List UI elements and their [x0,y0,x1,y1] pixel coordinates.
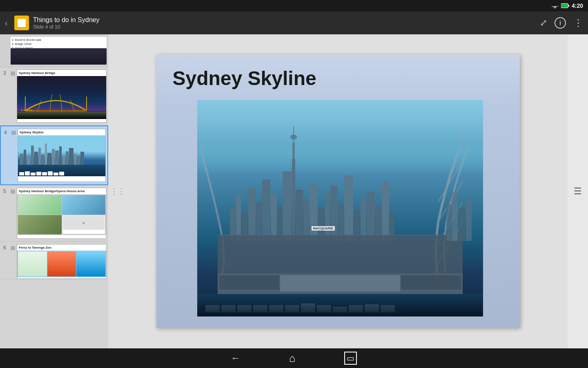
slide-4-title: Sydney Skyline [20,130,104,134]
slide-item-4[interactable]: 4 ▤ Sydney Skyline [0,126,108,185]
thumb6-cell-3 [76,251,105,276]
slide-4-image [18,135,105,176]
sidebar-drag-handle[interactable]: ⋮⋮ [110,187,125,196]
slide-number-4: 4 [4,130,11,135]
slide-doc-icon-4: ▤ [11,130,16,135]
slide-3-image [17,76,106,119]
app-icon-inner [18,19,26,27]
marina-structure [218,274,463,294]
macquarie-label: MACQUARIE [312,226,335,231]
title-block: Things to do in Sydney Slide 4 of 10 [33,16,100,29]
svg-rect-3 [568,5,569,7]
thumb6-cell-1 [18,251,47,276]
slide-title: Sydney Skyline [156,55,520,98]
slide-number-3: 3 [3,70,11,76]
svg-point-0 [555,7,555,8]
right-panel: ☰ [568,34,588,348]
slide-item-5[interactable]: 5 ▤ Sydney Harbour Bridge/Opera House Ar… [0,185,108,242]
slide-canvas: Sydney Skyline [156,55,520,328]
toolbar-right: ⤢ i ⋮ [540,17,583,29]
slide-item-6[interactable]: 6 ▤ Ferry to Taronga Zoo [0,242,108,279]
slide-doc-icon-5: ▤ [11,188,15,194]
toolbar: ‹ Things to do in Sydney Slide 4 of 10 ⤢… [0,11,588,34]
waterfront-building [218,235,463,276]
slide-item-prev[interactable]: 3. Bondi to Bronte walk 4. Bridge Climb … [0,34,108,67]
slide-6-body [17,251,106,277]
slide-item-3[interactable]: 3 ▤ Sydney Harbour Bridge [0,67,108,126]
main-layout: 3. Bondi to Bronte walk 4. Bridge Climb … [0,34,588,348]
status-bar: 4:20 [0,0,588,11]
app-subtitle: Slide 4 of 10 [33,24,100,30]
slide-thumbnail-4[interactable]: Sydney Skyline [18,129,106,182]
slide-panel: 3. Bondi to Bronte walk 4. Bridge Climb … [0,34,108,348]
nav-recent-button[interactable]: ▭ [344,352,357,365]
time-display: 4:20 [572,2,583,9]
toolbar-left: ‹ Things to do in Sydney Slide 4 of 10 [5,16,540,30]
bottom-nav: ← ⌂ ▭ [0,348,588,368]
app-icon [14,16,29,30]
slide-image-inner: MACQUARIE [197,100,483,316]
water-layer [197,294,483,316]
svg-line-10 [70,100,74,111]
slide-5-title: Sydney Harbour Bridge/Opera House Area [19,189,105,193]
slide-doc-icon-3: ▤ [11,70,15,76]
slide-number-6: 6 [3,245,11,251]
app-title: Things to do in Sydney [33,16,100,24]
slide-number-5: 5 [3,188,11,194]
svg-line-9 [60,94,62,111]
thumb5-cell-1 [18,195,62,215]
slide-3-title: Sydney Harbour Bridge [19,71,105,75]
svg-rect-2 [561,4,567,7]
info-button[interactable]: i [555,17,566,29]
slide-icons-5: ▤ [11,188,15,194]
slide-thumbnail-3[interactable]: Sydney Harbour Bridge [17,70,107,123]
svg-line-7 [38,100,42,111]
right-buildings [446,184,479,241]
thumb5-cell-2 [62,195,106,215]
svg-line-8 [50,94,52,111]
skyline-buildings [230,151,450,241]
slide-6-title: Ferry to Taronga Zoo [19,246,105,249]
thumb5-cell-4: ▤ [62,215,106,235]
battery-icon [561,3,569,8]
slide-icons-4: ▤ [11,130,16,135]
status-icons: 4:20 [551,2,583,9]
slide-thumbnail-6[interactable]: Ferry to Taronga Zoo [17,244,107,279]
thumb5-cell-3 [18,215,62,235]
thumb6-cell-2 [47,251,76,276]
slide-main-image: MACQUARIE [197,100,483,316]
slide-doc-icon-6: ▤ [11,245,15,251]
slide-icons-6: ▤ [11,245,15,251]
fullscreen-button[interactable]: ⤢ [540,18,547,28]
nav-home-button[interactable]: ⌂ [289,352,296,365]
slide-5-body: ▤ [17,194,106,235]
bridge-arch-thumb [21,88,91,113]
back-button[interactable]: ‹ [5,18,8,28]
nav-back-button[interactable]: ← [231,353,240,364]
slide-thumbnail-5[interactable]: Sydney Harbour Bridge/Opera House Area ▤ [17,188,107,239]
wifi-icon [551,3,559,9]
content-area: Sydney Skyline [108,34,568,348]
slide-icons-3: ▤ [11,70,15,76]
notes-icon[interactable]: ☰ [574,186,582,197]
more-button[interactable]: ⋮ [573,17,583,29]
